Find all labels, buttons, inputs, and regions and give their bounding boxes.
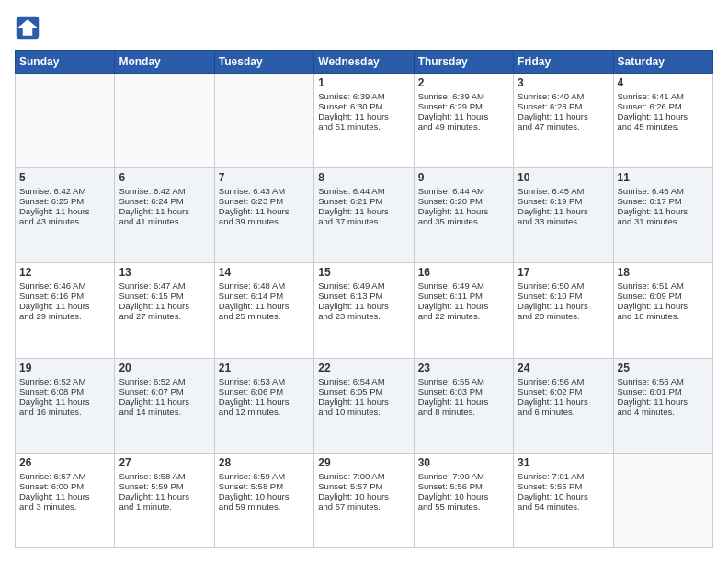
day-info: Sunrise: 6:54 AM — [318, 376, 409, 386]
day-number: 15 — [318, 266, 409, 279]
calendar-cell: 19Sunrise: 6:52 AMSunset: 6:08 PMDayligh… — [16, 358, 115, 453]
day-number: 13 — [119, 266, 210, 279]
logo-icon — [15, 15, 40, 40]
day-info: Daylight: 11 hours — [518, 206, 609, 216]
day-info: Sunrise: 6:47 AM — [119, 281, 210, 291]
day-info: Daylight: 11 hours — [618, 206, 709, 216]
logo — [15, 15, 44, 40]
day-info: Sunrise: 6:56 AM — [518, 376, 609, 386]
day-number: 26 — [19, 456, 110, 469]
day-info: Daylight: 11 hours — [318, 111, 409, 121]
day-number: 3 — [518, 76, 609, 89]
day-number: 1 — [318, 76, 409, 89]
day-info: and 27 minutes. — [119, 311, 210, 321]
day-info: Sunset: 6:03 PM — [418, 386, 509, 396]
day-number: 11 — [618, 171, 709, 184]
weekday-header: Monday — [115, 51, 214, 74]
calendar-cell: 12Sunrise: 6:46 AMSunset: 6:16 PMDayligh… — [16, 263, 115, 358]
calendar-cell: 20Sunrise: 6:52 AMSunset: 6:07 PMDayligh… — [115, 358, 214, 453]
day-number: 6 — [119, 171, 210, 184]
day-number: 8 — [318, 171, 409, 184]
day-info: Sunrise: 7:00 AM — [418, 471, 509, 481]
day-number: 18 — [618, 266, 709, 279]
calendar-cell: 22Sunrise: 6:54 AMSunset: 6:05 PMDayligh… — [314, 358, 414, 453]
day-info: Daylight: 11 hours — [418, 301, 509, 311]
day-info: Sunrise: 6:58 AM — [119, 471, 210, 481]
day-info: Daylight: 11 hours — [219, 206, 310, 216]
day-info: Sunset: 6:00 PM — [19, 481, 110, 491]
day-info: Daylight: 11 hours — [518, 396, 609, 407]
day-number: 27 — [119, 456, 210, 469]
day-info: Sunrise: 6:59 AM — [219, 471, 310, 481]
day-info: Daylight: 11 hours — [318, 206, 409, 216]
calendar-cell: 16Sunrise: 6:49 AMSunset: 6:11 PMDayligh… — [414, 263, 513, 358]
day-info: Daylight: 10 hours — [318, 491, 409, 501]
weekday-header: Friday — [514, 51, 613, 74]
day-info: Sunrise: 6:53 AM — [219, 376, 310, 386]
day-info: and 35 minutes. — [418, 216, 509, 226]
day-number: 22 — [318, 362, 409, 374]
day-number: 23 — [418, 362, 509, 374]
day-number: 10 — [518, 171, 609, 184]
calendar-cell: 7Sunrise: 6:43 AMSunset: 6:23 PMDaylight… — [214, 168, 313, 263]
day-info: Sunset: 6:10 PM — [518, 291, 609, 301]
day-number: 24 — [518, 362, 609, 374]
day-info: Sunrise: 6:49 AM — [418, 281, 509, 291]
day-info: Daylight: 11 hours — [318, 396, 409, 407]
day-number: 14 — [219, 266, 310, 279]
calendar-cell: 17Sunrise: 6:50 AMSunset: 6:10 PMDayligh… — [514, 263, 613, 358]
day-number: 31 — [518, 456, 609, 469]
calendar-table: SundayMondayTuesdayWednesdayThursdayFrid… — [15, 50, 713, 548]
day-info: and 23 minutes. — [318, 311, 409, 321]
calendar-cell: 25Sunrise: 6:56 AMSunset: 6:01 PMDayligh… — [613, 358, 712, 453]
day-info: Daylight: 11 hours — [618, 396, 709, 407]
day-info: Sunrise: 6:52 AM — [119, 376, 210, 386]
calendar-cell: 13Sunrise: 6:47 AMSunset: 6:15 PMDayligh… — [115, 263, 214, 358]
day-info: Daylight: 11 hours — [418, 396, 509, 407]
day-info: Sunset: 6:16 PM — [19, 291, 110, 301]
calendar-cell — [214, 74, 313, 168]
day-info: Sunrise: 6:52 AM — [19, 376, 110, 386]
calendar-cell: 11Sunrise: 6:46 AMSunset: 6:17 PMDayligh… — [613, 168, 712, 263]
day-info: Daylight: 11 hours — [618, 111, 709, 121]
day-info: Sunset: 6:28 PM — [518, 101, 609, 111]
day-info: Daylight: 11 hours — [19, 396, 110, 407]
day-info: Sunrise: 6:56 AM — [618, 376, 709, 386]
day-number: 19 — [19, 362, 110, 374]
calendar-cell: 4Sunrise: 6:41 AMSunset: 6:26 PMDaylight… — [613, 74, 712, 168]
day-number: 17 — [518, 266, 609, 279]
day-info: Sunset: 5:55 PM — [518, 481, 609, 491]
day-info: and 3 minutes. — [19, 501, 110, 511]
day-info: Sunset: 6:19 PM — [518, 196, 609, 206]
day-info: and 43 minutes. — [19, 216, 110, 226]
page: SundayMondayTuesdayWednesdayThursdayFrid… — [0, 0, 728, 563]
day-info: Sunrise: 6:40 AM — [518, 91, 609, 101]
day-number: 4 — [618, 76, 709, 89]
day-info: Daylight: 11 hours — [518, 301, 609, 311]
day-number: 21 — [219, 362, 310, 374]
day-number: 30 — [418, 456, 509, 469]
day-info: Sunset: 6:06 PM — [219, 386, 310, 396]
day-info: Sunset: 6:26 PM — [618, 101, 709, 111]
day-number: 16 — [418, 266, 509, 279]
day-number: 29 — [318, 456, 409, 469]
day-info: Sunrise: 6:51 AM — [618, 281, 709, 291]
weekday-header: Tuesday — [214, 51, 313, 74]
day-number: 12 — [19, 266, 110, 279]
calendar-cell — [613, 453, 712, 547]
day-info: Sunset: 6:11 PM — [418, 291, 509, 301]
day-info: Sunrise: 7:00 AM — [318, 471, 409, 481]
day-info: and 49 minutes. — [418, 121, 509, 132]
day-info: Sunset: 6:24 PM — [119, 196, 210, 206]
calendar-cell: 29Sunrise: 7:00 AMSunset: 5:57 PMDayligh… — [314, 453, 414, 547]
day-info: Daylight: 11 hours — [119, 396, 210, 407]
day-info: Sunrise: 6:49 AM — [318, 281, 409, 291]
day-info: Sunrise: 6:50 AM — [518, 281, 609, 291]
calendar-cell — [16, 74, 115, 168]
day-info: and 59 minutes. — [219, 501, 310, 511]
day-info: Sunrise: 6:39 AM — [318, 91, 409, 101]
weekday-header: Wednesday — [314, 51, 414, 74]
calendar-cell: 8Sunrise: 6:44 AMSunset: 6:21 PMDaylight… — [314, 168, 414, 263]
day-info: Sunrise: 6:42 AM — [119, 186, 210, 196]
day-info: Daylight: 11 hours — [19, 206, 110, 216]
